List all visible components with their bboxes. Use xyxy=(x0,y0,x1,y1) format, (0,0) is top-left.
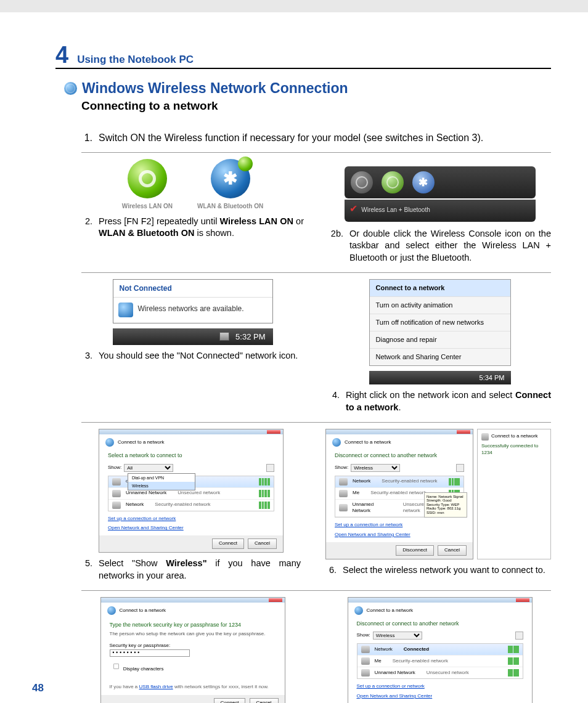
window-titlebar xyxy=(101,598,285,603)
list-item[interactable]: Network Connected xyxy=(357,644,523,656)
step-number: 6. xyxy=(325,564,337,577)
list-item[interactable]: Network Security-enabled network xyxy=(335,476,463,488)
show-dropdown-open: Dial-up and VPN Wireless xyxy=(128,473,195,491)
success-bubble: Connect to a network Successfully connec… xyxy=(477,429,551,559)
step-8: Connect to a network Disconnect or conne… xyxy=(329,597,551,703)
menu-item-notification[interactable]: Turn off notification of new networks xyxy=(370,314,510,331)
menu-item-animation[interactable]: Turn on activity animation xyxy=(370,297,510,314)
cancel-button[interactable]: Cancel xyxy=(438,545,467,556)
net-name: Me xyxy=(353,490,359,497)
network-icon xyxy=(112,478,121,486)
dialog-prompt: Disconnect or connect to another network xyxy=(348,619,532,630)
step-4: Connect to a network Turn on activity an… xyxy=(329,279,551,413)
back-icon[interactable] xyxy=(107,606,116,615)
combo-icon xyxy=(351,171,373,193)
banner-caption: ✔ Wireless Lan + Bluetooth xyxy=(345,200,536,222)
show-select[interactable]: Wireless xyxy=(351,464,400,472)
menu-item-connect[interactable]: Connect to a network xyxy=(370,280,510,297)
cancel-button[interactable]: Cancel xyxy=(250,698,279,703)
show-select[interactable]: All xyxy=(124,464,173,472)
pw-hint: The person who setup the network can giv… xyxy=(110,631,276,638)
usb-link[interactable]: USB flash drive xyxy=(139,684,173,689)
osd-wlan: Wireless LAN ON xyxy=(122,159,173,211)
step-number: 2b. xyxy=(329,228,343,264)
balloon-body: Wireless networks are available. xyxy=(113,298,272,322)
show-filter: Show: Wireless xyxy=(348,630,532,642)
connect-button[interactable]: Connect xyxy=(214,698,246,703)
dialog-footer: Connect Cancel xyxy=(101,695,285,703)
network-list: Network Security-enabled network Me Secu… xyxy=(335,476,464,518)
net-name: Unnamed Network xyxy=(126,490,166,497)
network-icon xyxy=(361,669,370,677)
back-icon[interactable] xyxy=(354,606,363,615)
signal-bars-icon xyxy=(259,478,270,486)
bubble-title: Connect to a network xyxy=(481,433,547,441)
step-body: Press [FN F2] repeatedly until Wireless … xyxy=(99,216,304,240)
wifi-icon xyxy=(382,171,404,193)
dialog-footer: Connect Cancel xyxy=(99,535,283,552)
network-icon xyxy=(112,490,121,497)
tray-clock: 5:32 PM xyxy=(235,331,265,343)
menu-item-diagnose[interactable]: Diagnose and repair xyxy=(370,331,510,349)
network-tray-icon[interactable] xyxy=(219,332,229,341)
cancel-button[interactable]: Cancel xyxy=(248,538,277,549)
manual-page: 4 Using the Notebook PC Windows Wireless… xyxy=(0,12,588,703)
signal-bars-icon xyxy=(449,478,460,486)
net-name: Network xyxy=(353,478,370,485)
bluetooth-icon xyxy=(412,171,435,193)
dropdown-item[interactable]: Wireless xyxy=(128,482,195,490)
net-name: Network xyxy=(375,646,393,653)
network-icon xyxy=(112,502,121,509)
list-item[interactable]: Me Security-enabled network xyxy=(357,656,523,667)
refresh-icon[interactable] xyxy=(266,464,274,472)
network-tooltip: Name: Network Signal Strength: Good Secu… xyxy=(424,492,467,518)
wifi-on-icon xyxy=(128,159,167,198)
refresh-icon[interactable] xyxy=(456,464,464,472)
section-subtitle: Connecting to a network xyxy=(81,99,551,113)
chapter-number: 4 xyxy=(55,43,68,67)
bluetooth-glyph: ✱ xyxy=(223,167,237,190)
back-icon[interactable] xyxy=(105,438,114,447)
password-input[interactable]: •••••••• xyxy=(110,649,190,657)
show-select[interactable]: Wireless xyxy=(373,632,422,640)
dialog-link[interactable]: Open Network and Sharing Center xyxy=(348,691,532,703)
section-title-row: Windows Wireless Network Connection xyxy=(64,80,551,97)
display-chars-checkbox[interactable] xyxy=(113,664,118,669)
bluetooth-on-icon: ✱ xyxy=(211,159,250,198)
dropdown-item[interactable]: Dial-up and VPN xyxy=(128,474,195,482)
disconnect-button[interactable]: Disconnect xyxy=(396,545,434,556)
dialog-title: Connect to a network xyxy=(367,608,414,614)
dialog-footer: Disconnect Cancel xyxy=(326,542,473,559)
dialog-title: Connect to a network xyxy=(120,608,166,614)
dialog-link[interactable]: Open Network and Sharing Center xyxy=(99,523,283,535)
step-number: 3. xyxy=(81,350,92,362)
network-icon xyxy=(339,478,348,486)
step-2: Wireless LAN ON ✱ WLAN & Bluetooth ON 2.… xyxy=(81,159,304,264)
chapter-header: 4 Using the Notebook PC xyxy=(55,43,551,69)
dialog-title: Connect to a network xyxy=(345,439,391,446)
osd-figure: Wireless LAN ON ✱ WLAN & Bluetooth ON xyxy=(81,159,304,211)
menu-item-sharing[interactable]: Network and Sharing Center xyxy=(370,349,510,365)
tray-clock: 5:34 PM xyxy=(480,373,505,383)
net-type: Connected xyxy=(404,646,429,653)
osd-both-label: WLAN & Bluetooth ON xyxy=(197,202,263,211)
section-title: Windows Wireless Network Connection xyxy=(82,80,348,97)
osd-wlan-label: Wireless LAN ON xyxy=(122,202,173,211)
list-item[interactable]: Network Security-enabled network xyxy=(108,500,274,511)
usb-hint: If you have a USB flash drive with netwo… xyxy=(110,684,276,691)
network-context-menu: Connect to a network Turn on activity an… xyxy=(369,279,511,365)
globe-icon xyxy=(64,82,77,95)
step-body: Select "Show Wireless" if you have many … xyxy=(99,558,301,582)
network-icon xyxy=(339,490,348,497)
network-icon xyxy=(361,646,370,653)
refresh-icon[interactable] xyxy=(515,632,523,640)
connect-button[interactable]: Connect xyxy=(212,538,244,549)
bubble-msg: Successfully connected to 1234 xyxy=(481,443,547,457)
net-type: Security-enabled network xyxy=(155,502,210,508)
dialog-header: Connect to a network xyxy=(101,603,285,619)
dialog-link[interactable]: Open Network and Sharing Center xyxy=(326,530,473,542)
back-icon[interactable] xyxy=(332,438,341,447)
dialog-prompt: Select a network to connect to xyxy=(99,450,283,462)
list-item[interactable]: Unnamed Network Unsecured network xyxy=(357,667,523,678)
net-type: Security-enabled network xyxy=(393,658,448,665)
